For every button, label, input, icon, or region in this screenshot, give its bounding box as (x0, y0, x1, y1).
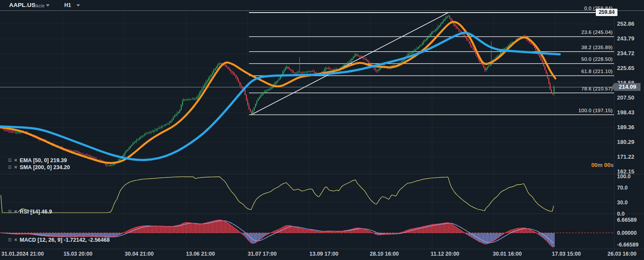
time-tick: 30.04 21:00 (125, 251, 154, 257)
rsi-settings-icon[interactable]: ☰ (8, 210, 12, 214)
price-tick: 180.29 (617, 139, 634, 145)
candlestick-chart-canvas[interactable] (0, 0, 644, 260)
fib-level-label: 50.0 (228.50) (581, 57, 613, 62)
timeframe-selector[interactable]: H1 (64, 2, 71, 8)
macd-remove-icon[interactable]: ✕ (14, 238, 17, 242)
time-tick: 15.03 20:00 (63, 251, 93, 257)
time-tick: 17.03 15:00 (552, 251, 581, 257)
price-tick: 207.50 (617, 94, 634, 101)
price-axis-divider (614, 10, 614, 260)
time-tick: 28.10 16:00 (370, 251, 399, 257)
symbol-selector[interactable]: AAPL.US (9, 2, 36, 8)
price-tick: 225.65 (617, 65, 634, 71)
rsi-legend-row: ☰ ✕ RSI [14] 46.9 (8, 209, 52, 215)
market-type-label: Akcie (33, 3, 45, 8)
price-tick: 243.79 (617, 35, 634, 42)
rsi-tick: 100.0 (617, 173, 631, 180)
current-price-badge: 214.09 (614, 83, 641, 91)
trading-platform-window: AAPL.US Akcie H1 ☰ ✕ EMA [50, 0] 219.39 … (0, 0, 644, 260)
symbol-dropdown-caret-icon[interactable] (46, 4, 50, 7)
macd-tick: 6.66589 (617, 217, 637, 223)
countdown-seconds: 00 (604, 162, 610, 168)
fib-level-label: 23.6 (245.04) (581, 30, 613, 35)
rsi-pane-divider[interactable] (0, 174, 644, 174)
sma-legend-row: ☰ ✕ SMA [200, 0] 234.20 (8, 164, 70, 170)
chart-toolbar: AAPL.US Akcie H1 (0, 0, 644, 10)
price-tick: 198.43 (617, 109, 634, 116)
fib-level-label: 100.0 (197.15) (578, 108, 613, 113)
time-axis-divider (0, 249, 644, 249)
time-tick: 30.01 16:00 (493, 251, 522, 257)
price-tick: 189.36 (617, 124, 634, 130)
price-tick: 234.72 (617, 50, 634, 57)
time-tick: 11.12 20:00 (431, 251, 459, 257)
time-tick: 13.09 17:00 (309, 251, 339, 257)
ema-legend-row: ☰ ✕ EMA [50, 0] 219.39 (8, 157, 67, 163)
macd-pane-divider[interactable] (0, 213, 644, 214)
sma-legend-label: SMA [200, 0] 234.20 (20, 164, 70, 170)
fib-level-label: 61.8 (221.10) (581, 69, 613, 74)
time-tick: 31.07 17:00 (248, 251, 277, 257)
price-tick: 171.22 (617, 153, 634, 160)
fib-level-label: 78.6 (210.57) (581, 86, 613, 91)
sma-remove-icon[interactable]: ✕ (14, 165, 17, 170)
rsi-tick: 70.0 (617, 185, 627, 191)
fib-high-price-tooltip: 259.84 (596, 9, 617, 16)
toolbar-divider (0, 10, 644, 11)
ema-settings-icon[interactable]: ☰ (8, 158, 12, 163)
macd-tick: 0.00000 (617, 230, 637, 236)
rsi-legend-label: RSI [14] 46.9 (20, 209, 52, 215)
macd-tick: -6.66589 (617, 242, 638, 248)
macd-settings-icon[interactable]: ☰ (8, 238, 12, 242)
rsi-remove-icon[interactable]: ✕ (14, 210, 17, 214)
time-tick: 13.06 21:00 (186, 251, 215, 257)
countdown-minutes-unit: m (598, 162, 603, 168)
fib-level-label: 38.2 (235.89) (581, 45, 613, 50)
price-tick: 252.86 (617, 20, 634, 27)
ema-remove-icon[interactable]: ✕ (14, 158, 17, 163)
rsi-tick: 0.0 (617, 211, 624, 217)
countdown-seconds-unit: s (611, 162, 614, 168)
macd-legend-label: MACD [12, 26, 9] -1.72142, -2.56468 (20, 237, 110, 243)
time-tick: 26.03 16:00 (607, 251, 637, 257)
macd-legend-row: ☰ ✕ MACD [12, 26, 9] -1.72142, -2.56468 (8, 237, 110, 243)
time-tick: 31.01.2024 21:00 (1, 251, 44, 257)
timeframe-dropdown-caret-icon[interactable] (76, 4, 80, 7)
countdown-minutes: 00 (591, 162, 598, 168)
rsi-tick: 30.0 (617, 200, 627, 206)
sma-settings-icon[interactable]: ☰ (8, 165, 12, 170)
ema-legend-label: EMA [50, 0] 219.39 (20, 157, 67, 163)
bar-countdown-timer: 00m 00s (591, 162, 614, 168)
